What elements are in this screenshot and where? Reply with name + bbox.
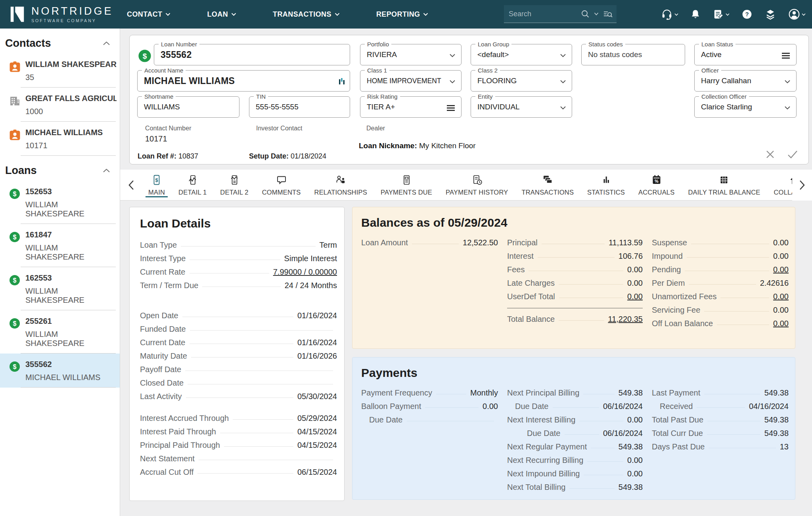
menu-reporting[interactable]: REPORTING — [376, 10, 429, 19]
menu-contact[interactable]: CONTACT — [127, 10, 170, 19]
chevron-down-icon — [423, 13, 428, 16]
loans-title: Loans — [5, 164, 37, 177]
tab-accruals[interactable]: % ACCRUALS — [632, 170, 681, 200]
payment-row: Days Past Due13 — [652, 440, 789, 453]
row-label: Accrual Cut Off — [140, 468, 193, 477]
row-label: Impound — [652, 252, 683, 261]
nortridge-logo-icon — [9, 4, 26, 24]
chevron-down-icon — [335, 13, 340, 16]
pending-link[interactable]: 0.00 — [773, 265, 789, 274]
contact-item[interactable]: GREAT FALLS AGRICULTURA... 1000 — [0, 88, 120, 122]
detail-row: Loan TypeTerm — [140, 238, 337, 252]
advanced-search-icon[interactable] — [603, 10, 613, 18]
tab-detail-2[interactable]: DETAIL 2 — [213, 170, 255, 200]
status-codes-field[interactable]: Status codes No status codes — [581, 44, 685, 65]
svg-text:$: $ — [143, 52, 147, 60]
notifications-bell-icon[interactable] — [690, 8, 701, 20]
brand-logo[interactable]: NORTRIDGE SOFTWARE COMPANY — [9, 4, 115, 24]
person-badge-icon — [9, 129, 21, 141]
balances-col-3: Suspense0.00 Impound0.00 Pending0.00 Per… — [652, 236, 789, 330]
cancel-icon[interactable] — [765, 149, 775, 159]
tab-detail-1[interactable]: DETAIL 1 — [172, 170, 213, 200]
search-input[interactable] — [508, 10, 576, 19]
search-box — [504, 5, 617, 23]
menu-icon[interactable] — [781, 52, 791, 59]
contacts-section-header[interactable]: Contacts — [0, 29, 120, 54]
field-value: Clarice Starling — [701, 103, 752, 111]
officer-select[interactable]: Officer Harry Callahan — [694, 70, 797, 92]
entity-select[interactable]: Entity INDIVIDUAL — [471, 96, 572, 118]
layers-icon[interactable] — [764, 8, 776, 20]
account-icon[interactable] — [788, 8, 806, 21]
payments-col-2: Next Principal Billing549.38 Due Date06/… — [507, 386, 643, 494]
tin-field[interactable]: TIN 555-55-5555 — [249, 96, 350, 118]
risk-rating-field[interactable]: Risk Rating TIER A+ — [360, 96, 462, 118]
tabs-scroll-left[interactable] — [120, 170, 142, 200]
contact-item[interactable]: WILLIAM SHAKESPEARE 35 — [0, 54, 120, 88]
row-line — [591, 448, 615, 448]
loan-nickname-label: Loan Nickname: — [359, 141, 417, 150]
payment-row: Total Past Due549.38 — [652, 413, 789, 426]
search-icon[interactable] — [581, 10, 590, 18]
support-headset-icon[interactable] — [661, 8, 678, 20]
menu-loan[interactable]: LOAN — [207, 10, 236, 19]
tabs-scroll-right[interactable] — [792, 170, 812, 201]
row-label: Next Interest Billing — [507, 415, 575, 424]
loan-group-select[interactable]: Loan Group <default> — [471, 44, 572, 65]
contact-item[interactable]: MICHAEL WILLIAMS 10171 — [0, 122, 120, 156]
detail-row: Last Activity05/30/2024 — [140, 390, 337, 403]
field-label: Loan Group — [475, 41, 511, 48]
tab-transactions[interactable]: TRANSACTIONS — [515, 170, 580, 200]
loan-item[interactable]: $ 152653 WILLIAM SHAKESPEARE — [0, 181, 120, 224]
contact-link-icon[interactable] — [339, 77, 345, 85]
row-value: 0.00 — [627, 469, 643, 478]
tab-relationships[interactable]: RELATIONSHIPS — [308, 170, 374, 200]
portfolio-select[interactable]: Portfolio RIVIERA — [360, 44, 462, 65]
shortname-field[interactable]: Shortname WILLIAMS — [137, 96, 239, 118]
tab-main[interactable]: $ MAIN — [142, 170, 172, 200]
menu-transactions[interactable]: TRANSACTIONS — [273, 10, 340, 19]
tab-payments-due[interactable]: PAYMENTS DUE — [374, 170, 439, 200]
notes-icon[interactable] — [712, 8, 730, 20]
loans-section-header[interactable]: Loans — [0, 156, 120, 181]
account-name-field[interactable]: Account Name MICHAEL WILLIAMS — [137, 70, 350, 92]
row-line — [689, 284, 756, 285]
chevron-left-icon — [128, 180, 134, 191]
contact-name: MICHAEL WILLIAMS — [25, 128, 117, 137]
off-loan-balance-link[interactable]: 0.00 — [773, 319, 789, 328]
loan-item[interactable]: $ 161847 WILLIAM SHAKESPEARE — [0, 224, 120, 267]
total-balance-link[interactable]: 11,220.35 — [608, 315, 643, 324]
class-1-select[interactable]: Class 1 HOME IMPROVEMENT — [360, 70, 462, 92]
tab-payment-history[interactable]: PAYMENT HISTORY — [439, 170, 515, 200]
loan-status-field[interactable]: Loan Status Active — [694, 44, 797, 65]
loan-details-title: Loan Details — [140, 217, 337, 230]
row-label: Maturity Date — [140, 352, 187, 361]
unamortized-fees-link[interactable]: 0.00 — [773, 292, 789, 301]
row-line — [704, 394, 760, 394]
payments-col-3: Last Payment549.38 Received04/16/2024 To… — [652, 386, 789, 494]
loan-number-field[interactable]: Loan Number 355562 — [154, 44, 350, 65]
row-line — [412, 244, 459, 244]
loan-item-selected[interactable]: $ 355562 MICHAEL WILLIAMS — [0, 354, 120, 388]
help-icon[interactable]: ? — [741, 8, 753, 20]
loan-number: 355562 — [25, 360, 117, 369]
search-scope-chevron-icon[interactable] — [594, 12, 599, 16]
detail-row: Closed Date — [140, 376, 337, 390]
tab-daily-trial-balance[interactable]: DAILY TRIAL BALANCE — [681, 170, 767, 200]
row-value: 0.00 — [773, 306, 789, 315]
tab-comments[interactable]: COMMENTS — [255, 170, 308, 200]
chevron-down-icon — [231, 13, 236, 16]
brand-subtitle: SOFTWARE COMPANY — [31, 18, 113, 23]
row-value: 0.00 — [773, 238, 789, 247]
tab-statistics[interactable]: STATISTICS — [580, 170, 632, 200]
detail-row: Maturity Date01/16/2026 — [140, 349, 337, 363]
menu-icon[interactable] — [446, 105, 456, 111]
loan-item[interactable]: $ 255261 WILLIAM SHAKESPEARE — [0, 310, 120, 354]
class-2-select[interactable]: Class 2 FLOORING — [471, 70, 572, 92]
collection-officer-select[interactable]: Collection Officer Clarice Starling — [694, 96, 797, 118]
current-rate-link[interactable]: 7.99000 / 0.00000 — [273, 268, 337, 277]
row-label: Pending — [652, 265, 681, 274]
userdef-total-link[interactable]: 0.00 — [627, 292, 643, 301]
confirm-check-icon[interactable] — [787, 149, 798, 159]
loan-item[interactable]: $ 162553 WILLIAM SHAKESPEARE — [0, 267, 120, 310]
